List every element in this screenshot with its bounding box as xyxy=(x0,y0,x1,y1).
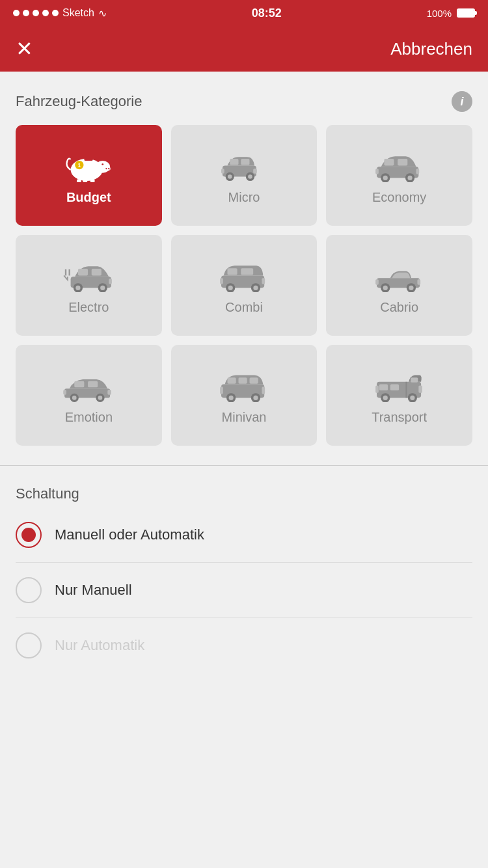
category-item-electro[interactable]: Electro xyxy=(16,235,162,336)
radio-circle-manuell-auto xyxy=(16,522,42,548)
category-label-micro: Micro xyxy=(228,190,260,205)
battery-icon xyxy=(457,8,475,18)
svg-rect-7 xyxy=(77,179,81,182)
schaltung-section: Schaltung Manuell oder Automatik Nur Man… xyxy=(0,466,488,673)
svg-rect-8 xyxy=(83,179,88,182)
svg-point-3 xyxy=(106,168,107,169)
svg-rect-82 xyxy=(418,385,422,392)
cancel-button[interactable]: Abbrechen xyxy=(390,39,472,59)
svg-rect-74 xyxy=(379,385,387,390)
svg-rect-9 xyxy=(90,179,95,182)
svg-point-18 xyxy=(248,174,252,179)
radio-label-manuell-auto: Manuell oder Automatik xyxy=(55,526,204,543)
radio-options-list: Manuell oder Automatik Nur Manuell Nur A… xyxy=(16,508,472,673)
svg-rect-55 xyxy=(75,381,85,387)
category-label-combi: Combi xyxy=(225,300,263,315)
svg-rect-14 xyxy=(241,159,249,165)
category-label-emotion: Emotion xyxy=(65,410,113,425)
svg-rect-28 xyxy=(416,169,419,174)
svg-point-25 xyxy=(383,176,387,180)
category-item-minivan[interactable]: Minivan xyxy=(171,345,318,446)
category-item-emotion[interactable]: Emotion xyxy=(16,345,162,446)
carrier-label: Sketch xyxy=(62,7,94,19)
category-label-cabrio: Cabrio xyxy=(380,300,418,315)
svg-rect-62 xyxy=(64,390,67,395)
nav-bar: ✕ Abbrechen xyxy=(0,26,488,72)
battery-percent: 100% xyxy=(427,8,452,19)
radio-item-nur-manuell[interactable]: Nur Manuell xyxy=(16,563,472,618)
signal-dots xyxy=(13,10,59,16)
svg-rect-23 xyxy=(398,159,407,165)
battery-fill xyxy=(458,10,474,16)
category-item-cabrio[interactable]: Cabrio xyxy=(326,235,472,336)
svg-point-70 xyxy=(253,396,258,400)
svg-rect-61 xyxy=(108,390,112,395)
status-bar: Sketch ∿ 08:52 100% xyxy=(0,0,488,26)
svg-point-51 xyxy=(409,286,413,290)
svg-rect-64 xyxy=(227,377,236,383)
svg-point-16 xyxy=(228,174,232,179)
wifi-icon: ∿ xyxy=(98,7,107,20)
category-item-combi[interactable]: Combi xyxy=(171,235,318,336)
category-label-budget: Budget xyxy=(66,190,111,205)
svg-rect-45 xyxy=(262,278,265,284)
svg-rect-6 xyxy=(85,159,93,161)
svg-rect-75 xyxy=(390,385,398,390)
category-label-electro: Electro xyxy=(68,300,109,315)
svg-rect-31 xyxy=(78,269,88,275)
svg-point-27 xyxy=(407,176,412,180)
svg-rect-29 xyxy=(375,169,379,174)
signal-dot xyxy=(42,10,49,16)
svg-rect-19 xyxy=(253,169,257,174)
svg-rect-56 xyxy=(88,381,98,387)
radio-circle-nur-automatik xyxy=(16,632,42,658)
minivan-icon xyxy=(215,368,273,402)
radio-item-manuell-auto[interactable]: Manuell oder Automatik xyxy=(16,508,472,563)
svg-point-58 xyxy=(72,396,77,400)
radio-item-nur-automatik[interactable]: Nur Automatik xyxy=(16,618,472,673)
svg-rect-71 xyxy=(262,387,265,394)
svg-rect-65 xyxy=(238,377,247,383)
svg-rect-22 xyxy=(384,159,394,165)
time-label: 08:52 xyxy=(252,7,282,20)
svg-point-4 xyxy=(108,168,109,169)
svg-point-36 xyxy=(100,286,105,290)
radio-label-nur-automatik: Nur Automatik xyxy=(55,637,144,654)
svg-rect-52 xyxy=(417,279,420,285)
status-left: Sketch ∿ xyxy=(13,7,107,20)
svg-point-42 xyxy=(228,286,233,290)
svg-rect-72 xyxy=(220,387,223,394)
micro-icon xyxy=(215,148,273,182)
signal-dot xyxy=(52,10,59,16)
svg-rect-76 xyxy=(411,377,418,383)
category-label-transport: Transport xyxy=(372,410,427,425)
svg-rect-46 xyxy=(220,278,223,284)
cabrio-icon xyxy=(370,258,429,292)
svg-rect-53 xyxy=(375,279,379,285)
close-button[interactable]: ✕ xyxy=(16,38,33,59)
radio-label-nur-manuell: Nur Manuell xyxy=(55,582,132,599)
svg-point-79 xyxy=(383,396,387,400)
category-item-transport[interactable]: Transport xyxy=(326,345,472,446)
status-right: 100% xyxy=(427,8,475,19)
category-section-header: Fahrzeug-Kategorie i xyxy=(16,91,472,112)
radio-inner-manuell-auto xyxy=(21,528,36,542)
svg-rect-39 xyxy=(227,268,237,275)
category-item-micro[interactable]: Micro xyxy=(171,125,318,226)
svg-rect-32 xyxy=(92,269,102,275)
svg-point-2 xyxy=(105,166,111,171)
svg-point-44 xyxy=(253,286,258,290)
budget-icon: 1 xyxy=(59,148,118,182)
category-item-economy[interactable]: Economy xyxy=(326,125,472,226)
svg-rect-37 xyxy=(109,278,113,284)
svg-rect-40 xyxy=(241,268,253,275)
svg-point-34 xyxy=(76,286,81,290)
svg-point-5 xyxy=(102,163,104,165)
info-button[interactable]: i xyxy=(452,91,472,112)
electro-icon xyxy=(59,258,118,292)
category-item-budget[interactable]: 1 Budget xyxy=(16,125,162,226)
signal-dot xyxy=(33,10,39,16)
svg-point-68 xyxy=(229,396,234,400)
svg-rect-20 xyxy=(221,169,224,174)
emotion-icon xyxy=(59,368,118,402)
